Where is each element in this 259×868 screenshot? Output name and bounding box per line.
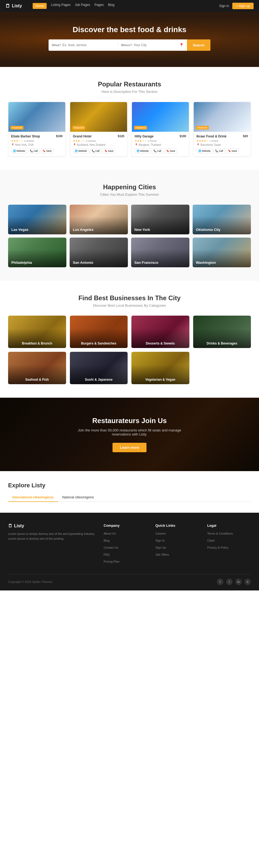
biz-card-vegetarian[interactable]: Vegetarian & Vegan: [131, 352, 189, 384]
explore-title: Explore Listy: [8, 482, 251, 489]
where-label: Where?: [121, 43, 132, 47]
restaurateurs-title: Restaurateurs Join Us: [8, 416, 251, 425]
card-title: Hilly Garage: [135, 134, 186, 138]
card-price: $20: [243, 134, 248, 138]
nav-pages[interactable]: Pages: [94, 3, 104, 9]
city-name: Oklahoma City: [196, 227, 220, 231]
biz-category-name: Vegetarian & Vegan: [131, 378, 189, 381]
footer-logo-icon: 🗒: [8, 524, 12, 528]
search-what-field: What?: [48, 43, 118, 47]
save-button[interactable]: 🔖 Save: [164, 149, 177, 153]
learn-more-button[interactable]: Learn more: [112, 443, 147, 452]
card-title: Grand Hotel: [73, 134, 124, 138]
footer-link-terms[interactable]: Terms & Conditions: [207, 532, 233, 535]
footer-link-privacy[interactable]: Privacy & Policy: [207, 546, 228, 549]
explore-tabs: International cities/regions National ci…: [8, 493, 251, 502]
tab-international[interactable]: International cities/regions: [8, 493, 58, 502]
social-linkedin[interactable]: li: [245, 579, 251, 585]
sign-in-link[interactable]: Sign in: [219, 4, 229, 8]
nav-blog[interactable]: Blog: [108, 3, 115, 9]
city-card-los-angeles[interactable]: Los Angeles: [70, 205, 128, 234]
footer-link-contact[interactable]: Contact Us: [104, 546, 118, 549]
search-button[interactable]: Search: [187, 39, 211, 51]
call-button[interactable]: 📞 Call: [28, 149, 40, 153]
restaurant-grid: Featured $100 Eliate Barber Shop ★★★☆☆ 3…: [8, 102, 251, 156]
city-name: New York: [134, 227, 150, 231]
biz-card-seafood[interactable]: Seafood & Fish: [8, 352, 66, 384]
biz-card-breakfast[interactable]: Breakfast & Brunch: [8, 316, 66, 348]
save-button[interactable]: 🔖 Save: [41, 149, 54, 153]
hero-search-bar: What? Where? 📍 Search: [48, 39, 211, 51]
biz-category-name: Breakfast & Brunch: [8, 342, 66, 345]
where-input[interactable]: [134, 43, 177, 47]
city-card-san-francisco[interactable]: San Francisco: [131, 238, 189, 267]
biz-card-drinks[interactable]: Drinks & Beverages: [193, 316, 251, 348]
save-button[interactable]: 🔖 Save: [226, 149, 239, 153]
restaurant-card-image: Featured: [70, 102, 127, 132]
footer-description: Lorem Ipsum is simply dummy text of the …: [8, 532, 96, 541]
save-button[interactable]: 🔖 Save: [102, 149, 116, 153]
footer-link-claim[interactable]: Claim: [207, 539, 215, 542]
social-twitter[interactable]: t: [226, 579, 232, 585]
footer-link-blog[interactable]: Blog: [104, 539, 109, 542]
footer-link-faq[interactable]: FAQ: [104, 553, 109, 556]
city-card-philadelphia[interactable]: Philadelphia: [8, 238, 66, 267]
biz-card-sushi[interactable]: Sushi & Japanese: [70, 352, 128, 384]
call-button[interactable]: 📞 Call: [214, 149, 225, 153]
footer-link-about[interactable]: About Us: [104, 532, 116, 535]
biz-card-desserts[interactable]: Desserts & Sweets: [131, 316, 189, 348]
footer-logo[interactable]: 🗒 Listy: [8, 524, 96, 528]
explore-section: Explore Listy International cities/regio…: [0, 471, 259, 513]
website-button[interactable]: 🌐 Website: [196, 149, 212, 153]
footer-link-signup[interactable]: Sign Up: [155, 546, 166, 549]
restaurateurs-description: Join the more than 50,000 restaurants wh…: [75, 428, 184, 436]
biz-category-name: Sushi & Japanese: [70, 378, 128, 381]
card-price: $100: [56, 134, 63, 138]
navbar: 🗒 Listy Home Listing Pages Job Pages Pag…: [0, 0, 259, 12]
card-stars: ★★★☆☆ 2 reviews: [73, 139, 124, 142]
what-input[interactable]: [63, 43, 115, 47]
card-body: $20 Ikraar Food & Drink ★★★★☆ 1 review 📍…: [194, 132, 251, 156]
footer-logo-text: Listy: [14, 524, 24, 528]
footer-link-careers[interactable]: Careers: [155, 532, 166, 535]
website-button[interactable]: 🌐 Website: [11, 149, 27, 153]
restaurant-card-image: Featured: [132, 102, 189, 132]
nav-job[interactable]: Job Pages: [75, 3, 90, 9]
city-name: San Antonio: [73, 260, 93, 265]
website-button[interactable]: 🌐 Website: [135, 149, 151, 153]
card-actions: 🌐 Website 📞 Call 🔖 Save: [11, 149, 63, 153]
restaurant-card-ikraar: Featured $20 Ikraar Food & Drink ★★★★☆ 1…: [193, 102, 251, 156]
logo[interactable]: 🗒 Listy: [5, 3, 22, 9]
popular-restaurants-header: Popular Restaurants Here is Description …: [8, 81, 251, 94]
tab-national[interactable]: National cities/regions: [58, 493, 98, 502]
card-price: $100: [180, 134, 186, 138]
city-card-washington[interactable]: Washington: [193, 238, 251, 267]
call-button[interactable]: 📞 Call: [90, 149, 101, 153]
city-card-oklahoma[interactable]: Oklahoma City: [193, 205, 251, 234]
city-card-las-vegas[interactable]: Las Vegas: [8, 205, 66, 234]
copyright-text: Copyright © 2024 Spider-Themes: [8, 580, 52, 583]
social-instagram[interactable]: in: [235, 579, 242, 585]
sign-up-button[interactable]: + Sign up: [232, 3, 254, 9]
footer-link-pricing[interactable]: Pricing Plan: [104, 560, 120, 563]
card-location: 📍 Auckland, New Zealand: [73, 143, 124, 146]
restaurateurs-section: Restaurateurs Join Us Join the more than…: [0, 398, 259, 471]
city-name: Las Vegas: [11, 227, 29, 231]
website-button[interactable]: 🌐 Website: [73, 149, 89, 153]
card-title: Ikraar Food & Drink: [196, 134, 248, 138]
nav-listing[interactable]: Listing Pages: [51, 3, 70, 9]
nav-links: Home Listing Pages Job Pages Pages Blog: [33, 3, 214, 9]
social-facebook[interactable]: f: [217, 579, 223, 585]
footer-legal-col: Legal Terms & Conditions Claim Privacy &…: [207, 524, 251, 566]
city-card-san-antonio[interactable]: San Antonio: [70, 238, 128, 267]
call-button[interactable]: 📞 Call: [152, 149, 163, 153]
cities-subtitle: Cities You Must Explore This Summer: [8, 192, 251, 196]
card-stars: ★★★★☆ 1 review: [196, 139, 248, 142]
nav-home[interactable]: Home: [33, 3, 47, 9]
footer-company-col: Company About Us Blog Contact Us FAQ Pri…: [104, 524, 147, 566]
city-card-new-york[interactable]: New York: [131, 205, 189, 234]
card-actions: 🌐 Website 📞 Call 🔖 Save: [73, 149, 124, 153]
footer-link-jobs[interactable]: Job Offers: [155, 553, 169, 556]
biz-card-burgers[interactable]: Burgers & Sandwiches: [70, 316, 128, 348]
footer-link-signin[interactable]: Sign In: [155, 539, 165, 542]
